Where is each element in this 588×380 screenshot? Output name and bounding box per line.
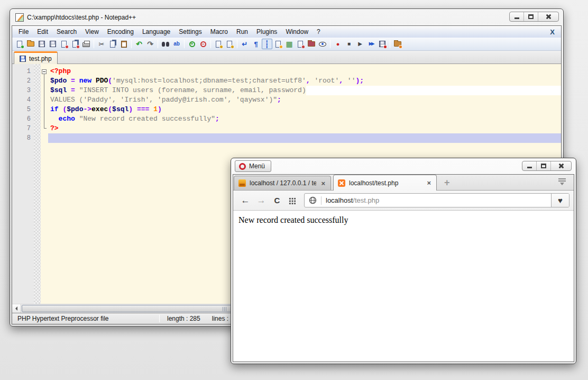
redo-icon[interactable]: ↷ bbox=[145, 39, 155, 49]
code-line-2: $pdo = new PDO('mysql:host=localhost;dbn… bbox=[48, 76, 561, 86]
print-icon[interactable] bbox=[81, 39, 91, 49]
show-indent-guide-icon[interactable]: ┆ bbox=[262, 39, 272, 49]
tab-close-icon[interactable]: × bbox=[320, 180, 326, 187]
menu-macro[interactable]: Macro bbox=[206, 26, 232, 37]
npp-maximize-button[interactable] bbox=[524, 12, 538, 21]
line-number: 4 bbox=[12, 95, 31, 105]
menu-view[interactable]: View bbox=[81, 26, 103, 37]
opera-minimize-button[interactable] bbox=[522, 161, 537, 170]
opera-logo-icon bbox=[239, 163, 246, 170]
folder-as-workspace-icon[interactable] bbox=[306, 39, 317, 49]
npp-toolbar: ✂↶↷ab+−↵¶┆▦●■▶▶▶ bbox=[12, 38, 561, 51]
function-list-icon[interactable] bbox=[273, 39, 283, 49]
minimize-icon bbox=[527, 167, 532, 168]
replace-icon[interactable]: ab bbox=[171, 39, 182, 49]
monitoring-icon[interactable] bbox=[317, 39, 328, 49]
new-tab-button[interactable]: + bbox=[442, 178, 452, 187]
toolbar-separator bbox=[131, 40, 132, 48]
line-number: 1 bbox=[12, 67, 31, 76]
globe-icon bbox=[309, 196, 317, 204]
open-file-icon[interactable] bbox=[25, 39, 36, 49]
opera-menu-button[interactable]: Menü bbox=[235, 160, 271, 172]
opera-address-bar: ← → C localhost/test.php ♥ bbox=[233, 191, 574, 211]
macro-stop-icon[interactable]: ■ bbox=[344, 39, 354, 49]
bookmark-margin[interactable] bbox=[34, 64, 41, 304]
close-all-icon[interactable] bbox=[70, 39, 80, 49]
url-box: localhost/test.php ♥ bbox=[304, 193, 569, 207]
speed-dial-icon[interactable] bbox=[288, 197, 296, 204]
url-host: localhost bbox=[326, 196, 353, 204]
menu-settings[interactable]: Settings bbox=[174, 26, 206, 37]
opera-close-button[interactable] bbox=[551, 161, 571, 170]
macro-save-icon[interactable] bbox=[377, 39, 388, 49]
npp-titlebar[interactable]: C:\xampp\htdocs\test.php - Notepad++ bbox=[10, 9, 563, 25]
opera-window-controls bbox=[522, 161, 572, 171]
code-line-6: echo "New record created successfully"; bbox=[48, 114, 561, 124]
phpmyadmin-icon bbox=[238, 179, 246, 187]
url-separator bbox=[321, 196, 321, 205]
word-wrap-icon[interactable]: ↵ bbox=[240, 39, 250, 49]
npp-minimize-button[interactable] bbox=[510, 12, 524, 21]
zoom-in-icon[interactable]: + bbox=[187, 39, 197, 49]
macro-play-icon[interactable]: ▶ bbox=[355, 39, 365, 49]
close-file-icon[interactable] bbox=[59, 39, 69, 49]
undo-icon[interactable]: ↶ bbox=[134, 39, 144, 49]
sync-vertical-scrolling-icon[interactable] bbox=[213, 39, 224, 49]
menu-file[interactable]: File bbox=[14, 26, 33, 37]
code-line-3: $sql = "INSERT INTO users (forename, sur… bbox=[48, 86, 561, 95]
menu-window[interactable]: Window bbox=[281, 26, 313, 37]
opera-client-area: localhost / 127.0.0.1 / test×localhost/t… bbox=[233, 174, 574, 362]
plugin-folder-icon[interactable] bbox=[392, 39, 403, 49]
menu-encoding[interactable]: Encoding bbox=[103, 26, 138, 37]
document-close-button[interactable]: X bbox=[550, 28, 555, 36]
menu-plugins[interactable]: Plugins bbox=[252, 26, 281, 37]
opera-browser-window: Menü localhost / 127.0.0.1 / test×localh… bbox=[231, 158, 576, 364]
npp-close-button[interactable] bbox=[538, 12, 558, 21]
macro-record-icon[interactable]: ● bbox=[333, 39, 343, 49]
toolbar-separator bbox=[158, 40, 158, 48]
document-map-icon[interactable]: ▦ bbox=[284, 39, 295, 49]
address-input[interactable]: localhost/test.php bbox=[305, 194, 551, 207]
fold-margin[interactable] bbox=[41, 64, 48, 304]
npp-window-title: C:\xampp\htdocs\test.php - Notepad++ bbox=[27, 14, 136, 21]
tab-menu-icon[interactable] bbox=[558, 178, 566, 187]
code-line-1: <?php bbox=[48, 67, 561, 76]
menu-run[interactable]: Run bbox=[232, 26, 252, 37]
browser-tab-1[interactable]: localhost / 127.0.0.1 / test× bbox=[234, 176, 331, 190]
line-number: 7 bbox=[12, 124, 31, 133]
back-button[interactable]: ← bbox=[240, 196, 251, 205]
document-switcher-icon[interactable] bbox=[295, 39, 306, 49]
npp-tab-test-php[interactable]: test.php bbox=[14, 51, 58, 64]
scroll-left-button[interactable] bbox=[12, 304, 21, 313]
reload-button[interactable]: C bbox=[271, 196, 283, 204]
toolbar-separator bbox=[237, 40, 237, 48]
find-icon[interactable] bbox=[160, 39, 171, 49]
cut-icon[interactable]: ✂ bbox=[96, 39, 107, 49]
copy-icon[interactable] bbox=[107, 39, 118, 49]
menu-search[interactable]: Search bbox=[52, 26, 81, 37]
xampp-icon bbox=[338, 179, 345, 187]
save-icon[interactable] bbox=[36, 39, 47, 49]
menu-language[interactable]: Language bbox=[138, 26, 174, 37]
zoom-out-icon[interactable]: − bbox=[198, 39, 208, 49]
macro-run-multiple-icon[interactable]: ▶▶ bbox=[366, 39, 376, 49]
show-all-characters-icon[interactable]: ¶ bbox=[251, 39, 261, 49]
sync-horizontal-scrolling-icon[interactable] bbox=[224, 39, 235, 49]
toolbar-separator bbox=[210, 40, 211, 48]
menu-edit[interactable]: Edit bbox=[33, 26, 52, 37]
bookmark-heart-button[interactable]: ♥ bbox=[551, 194, 569, 207]
browser-tab-2[interactable]: localhost/test.php× bbox=[333, 175, 437, 191]
toolbar-separator bbox=[94, 40, 94, 48]
opera-maximize-button[interactable] bbox=[537, 161, 551, 170]
tab-close-icon[interactable]: × bbox=[426, 179, 432, 186]
new-file-icon[interactable] bbox=[14, 39, 25, 49]
saved-file-icon bbox=[20, 56, 26, 62]
save-all-icon[interactable] bbox=[48, 39, 58, 49]
opera-titlebar[interactable]: Menü bbox=[231, 158, 576, 174]
toolbar-separator bbox=[330, 40, 330, 48]
paste-icon[interactable] bbox=[118, 39, 129, 49]
menu-help[interactable]: ? bbox=[313, 26, 325, 37]
forward-button[interactable]: → bbox=[255, 196, 267, 205]
minimize-icon bbox=[514, 17, 519, 19]
fold-collapse-icon[interactable] bbox=[42, 69, 47, 74]
